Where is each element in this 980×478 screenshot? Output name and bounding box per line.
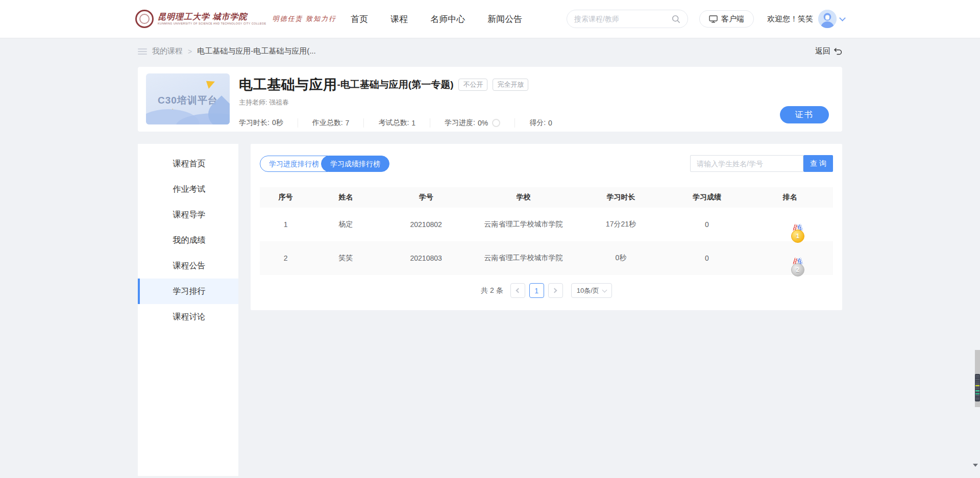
welcome-user-text: 欢迎您！笑笑 bbox=[767, 14, 813, 24]
certificate-button[interactable]: 证书 bbox=[780, 106, 829, 123]
chevron-down-icon bbox=[602, 287, 607, 292]
course-header-card: C30培训平台 电工基础与应用 -电工基础与应用(第一专题) 不公开 完全开放 … bbox=[138, 67, 842, 132]
scroll-down-arrow-icon[interactable] bbox=[973, 464, 978, 467]
pagination-next-button[interactable] bbox=[548, 283, 563, 298]
scrollbar-thumb[interactable] bbox=[975, 374, 980, 401]
logo-university-name: 昆明理工大学 城市学院 bbox=[158, 12, 247, 21]
sidebar-item-my-grades[interactable]: 我的成绩 bbox=[138, 228, 238, 253]
sidebar-item-course-announcements[interactable]: 课程公告 bbox=[138, 253, 238, 279]
col-header-index: 序号 bbox=[260, 187, 311, 208]
user-menu-chevron-down-icon[interactable] bbox=[839, 15, 846, 21]
ranking-tabs: 学习进度排行榜 学习成绩排行榜 bbox=[260, 156, 389, 172]
pagination-prev-button[interactable] bbox=[510, 283, 525, 298]
page-size-select[interactable]: 10条/页 bbox=[571, 283, 612, 298]
stat-homework-total: 作业总数:7 bbox=[312, 118, 364, 128]
course-sidebar: 课程首页 作业考试 课程导学 我的成绩 课程公告 学习排行 课程讨论 bbox=[138, 144, 238, 476]
col-header-duration: 学习时长 bbox=[575, 187, 667, 208]
monitor-icon bbox=[709, 15, 718, 23]
breadcrumb-my-courses[interactable]: 我的课程 bbox=[152, 46, 183, 56]
user-avatar[interactable] bbox=[818, 10, 837, 28]
course-cover-image: C30培训平台 bbox=[146, 73, 230, 124]
university-logo: 昆明理工大学 城市学院 KUNMING UNIVERSITY OF SCIENC… bbox=[135, 10, 336, 28]
table-header-row: 序号 姓名 学号 学校 学习时长 学习成绩 排名 bbox=[260, 187, 833, 208]
back-button-label: 返回 bbox=[815, 46, 830, 56]
progress-ring-icon bbox=[492, 119, 500, 127]
chevron-right-icon bbox=[552, 288, 557, 293]
back-undo-arrow-icon bbox=[834, 47, 842, 55]
badge-fully-open: 完全开放 bbox=[493, 79, 528, 91]
global-search-box[interactable] bbox=[567, 10, 688, 28]
nav-item-home[interactable]: 首页 bbox=[351, 13, 368, 25]
sidebar-item-course-discussion[interactable]: 课程讨论 bbox=[138, 304, 238, 330]
pagination-page-1[interactable]: 1 bbox=[529, 283, 544, 298]
course-subtitle: -电工基础与应用(第一专题) bbox=[337, 78, 454, 91]
nav-item-famous-teachers[interactable]: 名师中心 bbox=[430, 13, 465, 25]
query-button[interactable]: 查 询 bbox=[803, 155, 833, 172]
client-button-label: 客户端 bbox=[721, 14, 744, 24]
sidebar-item-study-ranking[interactable]: 学习排行 bbox=[138, 279, 238, 304]
ranking-table: 序号 姓名 学号 学校 学习时长 学习成绩 排名 1 杨定 bbox=[260, 187, 833, 275]
sidebar-item-course-guide[interactable]: 课程导学 bbox=[138, 202, 238, 228]
col-header-rank: 排名 bbox=[747, 187, 834, 208]
logo-english-subtext: KUNMING UNIVERSITY OF SCIENCE AND TECHNO… bbox=[158, 22, 266, 26]
table-row: 1 杨定 20210802 云南省理工学校城市学院 17分21秒 0 1 bbox=[260, 208, 833, 241]
search-icon[interactable] bbox=[672, 15, 680, 23]
badge-not-public: 不公开 bbox=[458, 79, 487, 91]
chevron-left-icon bbox=[516, 288, 521, 293]
breadcrumb: 我的课程 > 电工基础与应用-电工基础与应用(... 返回 bbox=[138, 38, 842, 65]
col-header-score: 学习成绩 bbox=[667, 187, 747, 208]
avatar-person-icon bbox=[818, 10, 837, 28]
nav-item-courses[interactable]: 课程 bbox=[390, 13, 408, 25]
stat-score: 得分:0 bbox=[529, 118, 567, 128]
breadcrumb-separator: > bbox=[188, 47, 192, 56]
stat-study-progress: 学习进度:0% bbox=[445, 118, 515, 128]
global-search-input[interactable] bbox=[574, 15, 672, 23]
nav-item-news[interactable]: 新闻公告 bbox=[487, 13, 522, 25]
pagination: 共 2 条 1 10条/页 bbox=[260, 283, 833, 298]
course-teacher: 主持老师: 强祖春 bbox=[239, 98, 834, 107]
col-header-name: 姓名 bbox=[311, 187, 380, 208]
student-search-input[interactable] bbox=[690, 155, 803, 172]
col-header-school: 学校 bbox=[472, 187, 575, 208]
menu-hamburger-icon[interactable] bbox=[138, 48, 147, 55]
tab-progress-ranking[interactable]: 学习进度排行榜 bbox=[260, 156, 328, 172]
col-header-student-id: 学号 bbox=[380, 187, 472, 208]
paper-plane-icon bbox=[206, 79, 216, 89]
top-navbar: 昆明理工大学 城市学院 KUNMING UNIVERSITY OF SCIENC… bbox=[0, 0, 980, 38]
pagination-total: 共 2 条 bbox=[481, 286, 503, 295]
course-platform-page: 昆明理工大学 城市学院 KUNMING UNIVERSITY OF SCIENC… bbox=[0, 0, 980, 478]
university-seal-icon bbox=[135, 10, 154, 28]
client-app-button[interactable]: 客户端 bbox=[699, 10, 754, 28]
sidebar-item-homework-exams[interactable]: 作业考试 bbox=[138, 177, 238, 202]
tab-score-ranking[interactable]: 学习成绩排行榜 bbox=[321, 156, 389, 172]
table-row: 2 笑笑 20210803 云南省理工学校城市学院 0秒 0 2 bbox=[260, 241, 833, 275]
course-title: 电工基础与应用 bbox=[239, 76, 337, 94]
breadcrumb-current-course: 电工基础与应用-电工基础与应用(... bbox=[197, 46, 316, 56]
stat-exam-total: 考试总数:1 bbox=[378, 118, 430, 128]
course-stats: 学习时长:0秒 作业总数:7 考试总数:1 学习进度:0% 得分:0 bbox=[239, 118, 834, 128]
stat-study-duration: 学习时长:0秒 bbox=[239, 118, 298, 128]
logo-motto-calligraphy: 明德任责 致知力行 bbox=[273, 14, 337, 23]
main-nav: 首页 课程 名师中心 新闻公告 bbox=[351, 13, 545, 25]
back-button[interactable]: 返回 bbox=[815, 46, 842, 56]
ranking-content-card: 学习进度排行榜 学习成绩排行榜 查 询 序号 bbox=[251, 144, 842, 310]
sidebar-item-course-home[interactable]: 课程首页 bbox=[138, 151, 238, 177]
